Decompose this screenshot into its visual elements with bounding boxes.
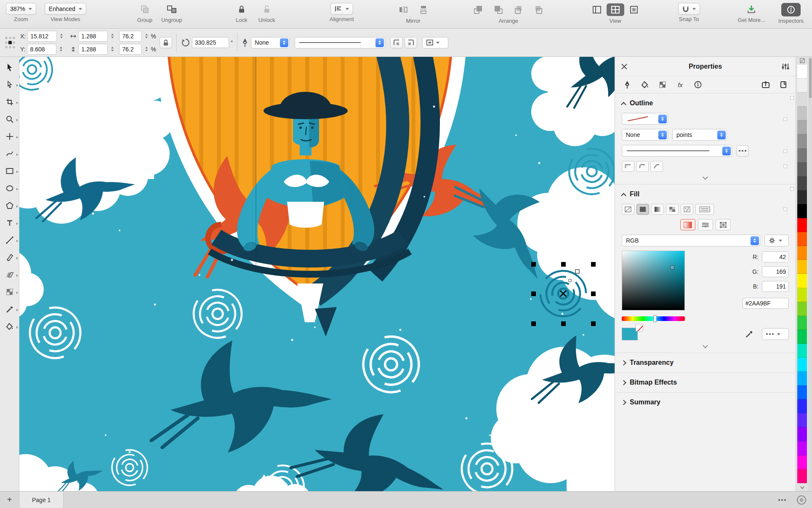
color-field[interactable] [622,251,685,310]
palette-options-button[interactable] [796,57,808,64]
object-height-input[interactable] [78,44,108,55]
outline-style-dropdown[interactable] [622,145,732,157]
mirror-horizontal-button[interactable] [394,3,412,16]
wrap-text-right-button[interactable] [405,37,417,48]
pick-tool[interactable] [1,59,19,76]
summary-header[interactable]: Summary [622,397,789,408]
palette-swatch[interactable] [797,316,807,330]
palette-swatch[interactable] [797,330,807,344]
outline-expand-button[interactable] [622,172,789,180]
rectangle-tool[interactable] [1,162,19,179]
color-sliders-button[interactable] [698,219,713,230]
color-viewer-button[interactable] [680,219,695,230]
more-options-icon[interactable] [778,499,786,501]
cap-butt-button[interactable] [622,161,634,172]
scale-width-stepper[interactable] [144,31,149,42]
width-stepper[interactable] [109,31,115,42]
palette-swatch[interactable] [797,344,807,358]
palette-swatch[interactable] [797,469,807,483]
zoom-tool[interactable] [1,110,19,128]
palette-swatch[interactable] [797,385,807,399]
y-stepper[interactable] [58,44,64,55]
palette-swatch[interactable] [797,190,807,204]
palette-swatch[interactable] [797,120,807,134]
page-tab[interactable]: Page 1 [19,492,64,508]
back-one-button[interactable] [530,3,548,16]
outline-width-dropdown[interactable]: None [251,37,290,48]
group-button[interactable] [136,3,154,16]
bitmap-effects-header[interactable]: Bitmap Effects [622,377,789,388]
ellipse-tool[interactable] [1,179,19,197]
cap-round-button[interactable] [636,161,649,172]
shadow-tool[interactable] [1,266,19,283]
palette-swatch[interactable] [797,163,807,176]
tab-fill[interactable] [638,78,652,91]
object-origin-selector[interactable] [4,35,16,50]
outline-settings-button[interactable] [736,145,749,157]
current-fill-swatch[interactable] [622,328,638,340]
palette-swatch[interactable] [797,413,807,427]
export-panel-button[interactable] [759,78,773,91]
palette-swatch[interactable] [797,455,807,469]
shape-tool[interactable] [1,76,19,93]
color-model-dropdown[interactable]: RGB [622,235,760,246]
transparency-header[interactable]: Transparency [622,357,789,368]
palette-swatch[interactable] [797,93,807,107]
palette-swatch[interactable] [797,441,807,455]
palette-swatch[interactable] [797,288,807,302]
palette-swatch[interactable] [797,274,807,288]
lock-ratio-button[interactable] [160,37,172,48]
color-palettes-button[interactable] [716,219,731,230]
polygon-tool[interactable] [1,197,19,214]
palette-scroll-button[interactable] [796,484,808,491]
color-field-selector[interactable] [670,265,674,270]
alignment-dropdown[interactable] [330,3,353,15]
settings-icon[interactable] [797,495,806,505]
fill-winding-button[interactable] [695,204,714,215]
unlock-button[interactable] [258,3,276,16]
solid-fill-button[interactable] [636,204,649,215]
vertical-scrollbar[interactable] [808,57,812,491]
scale-height-input[interactable] [119,44,142,55]
y-position-input[interactable] [27,44,56,55]
zoom-dropdown[interactable]: 387% [6,3,36,15]
pattern-fill-button[interactable] [666,204,679,215]
line-style-dropdown[interactable] [295,37,385,48]
palette-swatch[interactable] [797,218,807,232]
transparency-tool[interactable] [1,283,19,300]
cap-square-button[interactable] [650,161,663,172]
palette-swatch[interactable] [797,232,807,246]
height-stepper[interactable] [109,44,115,55]
to-front-button[interactable] [469,3,487,16]
hue-slider-handle[interactable] [653,315,657,322]
tab-effects[interactable]: fx [673,78,687,91]
r-value-input[interactable] [762,251,789,262]
mirror-vertical-button[interactable] [415,3,432,16]
node-marker[interactable] [569,279,571,282]
texture-fill-button[interactable] [681,204,693,215]
page-view-button[interactable] [625,3,643,16]
get-more-button[interactable] [743,3,760,16]
fill-more-dropdown[interactable] [762,328,789,340]
palette-swatch[interactable] [797,176,807,190]
pin-panel-button[interactable] [776,78,791,91]
node-marker[interactable] [575,270,579,273]
palette-swatch[interactable] [797,372,807,385]
fill-expand-button[interactable] [622,340,789,348]
rotation-angle-input[interactable] [192,37,229,48]
ungroup-button[interactable] [163,3,181,16]
outline-preset-dropdown[interactable] [622,113,668,125]
freehand-tool[interactable] [1,128,19,145]
view-modes-dropdown[interactable]: Enhanced [45,3,86,15]
fill-header[interactable]: Fill [622,189,789,200]
snap-to-dropdown[interactable] [678,3,700,15]
scale-height-stepper[interactable] [144,44,149,55]
x-stepper[interactable] [59,31,64,42]
outline-units-dropdown[interactable]: points [672,129,727,141]
object-width-input[interactable] [78,31,108,42]
line-tool[interactable] [1,231,19,249]
palette-swatch[interactable] [797,427,807,441]
g-value-input[interactable] [762,266,789,277]
palette-swatch[interactable] [797,260,807,274]
b-value-input[interactable] [762,281,789,292]
